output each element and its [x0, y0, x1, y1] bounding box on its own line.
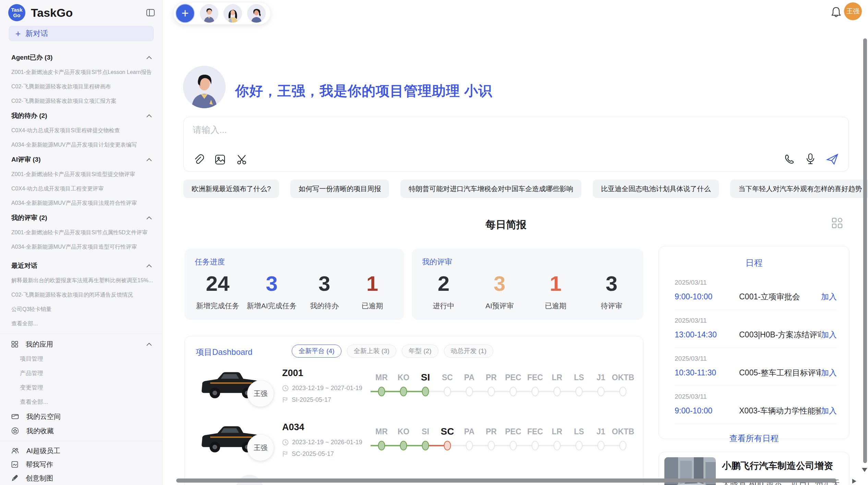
news-title[interactable]: 小鹏飞行汽车制造公司增资 [722, 460, 833, 472]
sidebar-item[interactable]: Z001-全新燃油皮卡产品开发项目SI节点Lesson Learn报告 [0, 65, 162, 79]
sidebar-item[interactable]: A034-全新新能源MUV产品开发项目造型可行性评审 [0, 240, 162, 254]
sidebar-item[interactable]: C0X4-动力总成开发项目工程变更评审 [0, 182, 162, 196]
project-dashboard-card: 项目Dashboard 全新平台 (4) 全新上装 (3) 年型 (2) 动总开… [184, 336, 643, 485]
user-avatar[interactable]: 王强 [844, 2, 862, 20]
chevron-up-icon[interactable] [146, 343, 152, 346]
microphone-icon[interactable] [805, 153, 816, 166]
scissors-icon[interactable] [236, 153, 248, 166]
milestone: MR [371, 366, 393, 408]
sidebar-my-apps[interactable]: 我的应用 [0, 337, 162, 352]
recent-view-all[interactable]: 查看全部... [0, 316, 162, 331]
suggestion-chip[interactable]: 当下年轻人对汽车外观有怎样的喜好趋势 [730, 179, 868, 198]
people-icon [11, 447, 19, 454]
sidebar-item-creative-draw[interactable]: 创意制图 [0, 471, 162, 485]
schedule-item[interactable]: 2025/03/11 10:30-11:30 C005-整车工程目标评审 加入 [675, 348, 837, 386]
recent-chat-item[interactable]: 公司Q3轻卡销量 [0, 302, 162, 316]
chevron-up-icon[interactable] [146, 264, 152, 268]
app-logo: Task Go [8, 4, 25, 21]
suggestion-chip[interactable]: 欧洲新规最近颁布了什么? [183, 179, 279, 198]
notification-bell-icon[interactable] [830, 6, 842, 18]
sidebar-item[interactable]: Z001-全新燃油轻卡产品开发项目SI节点属性5D文件评审 [0, 225, 162, 240]
milestone: PR [480, 421, 502, 462]
recent-chat-item[interactable]: C02-飞腾新能源轻客改款项目的闭环通告反馈情况 [0, 288, 162, 302]
sidebar-item[interactable]: Z001-全新燃油轻卡产品开发项目SI造型提交物评审 [0, 167, 162, 182]
scroll-right-arrow[interactable] [852, 479, 856, 484]
chevron-up-icon[interactable] [146, 114, 152, 117]
sidebar-item[interactable]: C0X4-动力总成开发项目SI里程碑提交物检查 [0, 123, 162, 138]
sidebar-section-agent-done[interactable]: Agent已办 (3) [0, 50, 162, 65]
stats-row: 24 新增完成任务 3 新增AI完成任务 3 我的待办 1 已逾期 [196, 271, 393, 311]
sidebar-item[interactable]: A034-全新新能源MUV产品开发项目计划变更表编写 [0, 138, 162, 152]
apps-view-all[interactable]: 查看全部... [0, 395, 162, 409]
scroll-down-arrow[interactable] [862, 468, 867, 472]
agent-avatar-2[interactable] [224, 4, 242, 23]
sidebar-section-recent[interactable]: 最近对话 [0, 258, 162, 273]
sidebar-section-my-review[interactable]: 我的评审 (2) [0, 210, 162, 225]
vertical-scrollbar[interactable] [863, 38, 867, 463]
sidebar-item-help-write[interactable]: 帮我写作 [0, 458, 162, 471]
app-item-product-mgmt[interactable]: 产品管理 [0, 366, 162, 381]
app-item-change-mgmt[interactable]: 变更管理 [0, 381, 162, 395]
suggestion-chip[interactable]: 特朗普可能对进口汽车增税会对中国车企造成哪些影响 [400, 179, 581, 198]
add-agent-button[interactable]: + [176, 4, 195, 23]
send-icon[interactable] [826, 153, 839, 165]
phone-icon[interactable] [783, 153, 795, 165]
filter-tab-powertrain[interactable]: 动总开发 (1) [444, 345, 494, 358]
greeting-text: 你好，王强，我是你的项目管理助理 小识 [235, 82, 492, 100]
project-info: A034 2023-12-19 ~ 2026-01-19 SC-2025-05-… [282, 421, 362, 462]
milestone-node [444, 387, 451, 396]
stat-value: 3 [479, 271, 520, 296]
schedule-item[interactable]: 2025/03/11 9:00-10:00 X003-车辆动力学性能验... 加… [675, 386, 837, 424]
filter-tab-platform[interactable]: 全新平台 (4) [292, 345, 341, 358]
join-meeting-link[interactable]: 加入 [821, 406, 837, 416]
favorites-label: 我的收藏 [26, 426, 54, 436]
filter-tab-upfit[interactable]: 全新上装 (3) [347, 345, 397, 358]
assistant-avatar [183, 66, 226, 108]
briefing-layout-icon[interactable] [831, 217, 843, 229]
recent-chat-item[interactable]: 解释最新出台的欧盟报废车法规再生塑料比例被调至15%... [0, 273, 162, 288]
project-row-a034[interactable]: 王强 A034 2023-12-19 ~ 2026-01-19 SC-2025-… [196, 421, 634, 473]
sidebar-section-ai-review[interactable]: AI评审 (3) [0, 152, 162, 167]
image-icon[interactable] [214, 153, 226, 166]
stat-value: 3 [247, 271, 297, 296]
sidebar-item[interactable]: C02-飞腾新能源轻客改款项目立项汇报方案 [0, 94, 162, 108]
project-row-z001[interactable]: 王强 Z001 2023-12-19 ~ 2027-01-19 SI-2025-… [196, 366, 634, 419]
sidebar-item-ai-staff[interactable]: AI超级员工 [0, 444, 162, 458]
sidebar-item[interactable]: C02-飞腾新能源轻客改款项目里程碑画布 [0, 79, 162, 94]
filter-tab-model-year[interactable]: 年型 (2) [402, 345, 438, 358]
chevron-up-icon[interactable] [146, 158, 152, 161]
collapse-sidebar-icon[interactable] [146, 9, 155, 16]
sidebar-item[interactable]: A034-全新新能源MUV产品开发项目法规符合性评审 [0, 196, 162, 210]
sidebar-item-cloud-space[interactable]: 我的云空间 [0, 409, 162, 424]
agent-avatar-3[interactable] [247, 4, 266, 23]
sidebar-item-favorites[interactable]: 我的收藏 [0, 424, 162, 438]
milestone-timeline-z001: MR KO SI SC PA PR PEC FEC LR LS J1 OKTB [371, 366, 634, 408]
my-apps-label: 我的应用 [26, 340, 53, 349]
view-all-schedule-link[interactable]: 查看所有日程 [659, 433, 849, 444]
chevron-up-icon[interactable] [146, 216, 152, 220]
milestone-node [487, 387, 495, 396]
schedule-date: 2025/03/11 [675, 355, 837, 362]
sidebar-section-my-todo[interactable]: 我的待办 (2) [0, 108, 162, 123]
suggestion-chip[interactable]: 比亚迪全固态电池计划具体说了什么 [593, 179, 719, 198]
join-meeting-link[interactable]: 加入 [821, 329, 837, 340]
app-item-project-mgmt[interactable]: 项目管理 [0, 352, 162, 366]
chevron-up-icon[interactable] [146, 56, 152, 59]
join-meeting-link[interactable]: 加入 [821, 291, 837, 302]
milestone-node [400, 387, 407, 396]
star-circle-icon [11, 427, 19, 435]
attachment-icon[interactable] [193, 153, 204, 166]
milestone-node [619, 387, 627, 396]
horizontal-scrollbar[interactable] [176, 478, 836, 483]
chat-input[interactable] [193, 124, 741, 144]
project-name: Z001 [282, 368, 362, 378]
schedule-item[interactable]: 2025/03/11 13:00-14:30 C003|H0B-方案冻结评审 加… [675, 310, 837, 348]
card-title: 任务进度 [195, 257, 225, 267]
chat-composer [183, 117, 849, 172]
suggestion-chip[interactable]: 如何写一份清晰的项目周报 [290, 179, 389, 198]
new-chat-button[interactable]: + 新对话 [9, 26, 154, 41]
agent-avatar-1[interactable] [200, 4, 218, 23]
schedule-item[interactable]: 2025/03/11 9:00-10:00 C001-立项审批会 加入 [675, 272, 837, 310]
join-meeting-link[interactable]: 加入 [821, 368, 837, 378]
milestone-node [378, 441, 385, 450]
